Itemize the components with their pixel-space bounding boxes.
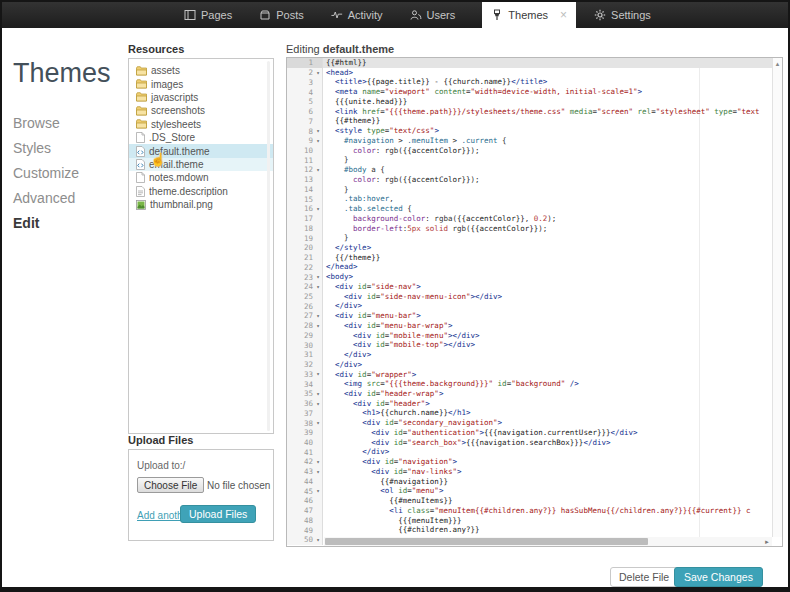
fold-arrow-icon[interactable]: ▾ <box>314 128 322 134</box>
code-line[interactable]: 6 <link href="{{{theme.path}}}/styleshee… <box>287 107 782 117</box>
code-line[interactable]: 36▾ <div id="header"> <box>287 399 782 409</box>
code-line[interactable]: 27▾ <div id="menu-bar"> <box>287 311 782 321</box>
code-line[interactable]: 47 <li class="menuItem{{#children.any?}}… <box>287 506 782 516</box>
code-line[interactable]: 44 {{#navigation}} <box>287 477 782 487</box>
file-row-screenshots[interactable]: screenshots <box>129 104 273 117</box>
code-line[interactable]: 7 {{#theme}} <box>287 116 782 126</box>
code-line[interactable]: 5 {{{unite.head}}} <box>287 97 782 107</box>
code-line[interactable]: 2▾<head> <box>287 68 782 78</box>
code-line[interactable]: 9▾ #navigation > .menuItem > .current { <box>287 136 782 146</box>
tab-pages[interactable]: Pages <box>184 2 232 28</box>
fold-arrow-icon[interactable]: ▾ <box>314 167 322 173</box>
code-line[interactable]: 18 border-left:5px solid rgb({{accentCol… <box>287 223 782 233</box>
upload-files-button[interactable]: Upload Files <box>180 505 256 523</box>
code-line[interactable]: 33▾ <div id="wrapper"> <box>287 370 782 380</box>
code-line[interactable]: 3 <title>{{page.title}} - {{church.name}… <box>287 77 782 87</box>
code-line[interactable]: 30 <div id="mobile-top"></div> <box>287 340 782 350</box>
fold-arrow-icon[interactable]: ▾ <box>314 323 322 329</box>
code-line[interactable]: 34 <img src="{{{theme.background}}}" id=… <box>287 379 782 389</box>
sidebar-item-styles[interactable]: Styles <box>13 141 79 156</box>
tab-activity[interactable]: Activity <box>331 2 383 28</box>
tab-users[interactable]: Users <box>410 2 456 28</box>
sidebar-item-edit[interactable]: Edit <box>13 216 79 231</box>
code-line[interactable]: 32 </div> <box>287 360 782 370</box>
horizontal-scrollbar[interactable]: ► <box>324 537 772 546</box>
code-editor[interactable]: 1{{#html}}2▾<head>3 <title>{{page.title}… <box>286 57 783 547</box>
save-changes-button[interactable]: Save Changes <box>674 567 763 587</box>
delete-file-button[interactable]: Delete File <box>610 567 678 587</box>
line-number-gutter: 15 <box>287 194 323 204</box>
horizontal-scrollbar-thumb[interactable] <box>325 538 648 545</box>
fold-arrow-icon[interactable]: ▾ <box>314 488 322 494</box>
code-line[interactable]: 23▾<body> <box>287 272 782 282</box>
code-line[interactable]: 8▾ <style type="text/css"> <box>287 126 782 136</box>
code-line[interactable]: 12▾ #body a { <box>287 165 782 175</box>
code-line[interactable]: 14 } <box>287 185 782 195</box>
code-line[interactable]: 22</head> <box>287 262 782 272</box>
code-line[interactable]: 1{{#html}} <box>287 58 782 68</box>
code-line[interactable]: 11 } <box>287 155 782 165</box>
tab-settings[interactable]: Settings <box>594 2 651 28</box>
code-line[interactable]: 48 {{{menuItem}}} <box>287 516 782 526</box>
vertical-scrollbar[interactable]: ▲ <box>772 58 782 537</box>
fold-arrow-icon[interactable]: ▾ <box>314 70 322 76</box>
fold-arrow-icon[interactable]: ▾ <box>314 274 322 280</box>
sidebar-item-customize[interactable]: Customize <box>13 166 79 181</box>
code-line[interactable]: 19 } <box>287 233 782 243</box>
file-row-assets[interactable]: assets <box>129 64 273 77</box>
line-number: 27 <box>304 311 313 320</box>
code-line[interactable]: 21 {{/theme}} <box>287 253 782 263</box>
code-line[interactable]: 40 <div id="search_box">{{{navigation.se… <box>287 438 782 448</box>
code-line[interactable]: 49 {{#children.any?}} <box>287 525 782 535</box>
fold-arrow-icon[interactable]: ▾ <box>314 469 322 475</box>
fold-arrow-icon[interactable]: ▾ <box>314 420 322 426</box>
scroll-right-arrow-icon[interactable]: ► <box>764 539 770 545</box>
code-line[interactable]: 13 color: rgb({{accentColor}}); <box>287 175 782 185</box>
fold-arrow-icon[interactable]: ▾ <box>314 391 322 397</box>
code-line[interactable]: 15 .tab:hover, <box>287 194 782 204</box>
code-line[interactable]: 17 background-color: rgba({{accentColor}… <box>287 214 782 224</box>
resources-scrollbar[interactable] <box>267 61 270 431</box>
code-line[interactable]: 46 {{#menuItems}} <box>287 496 782 506</box>
code-line[interactable]: 16▾ .tab.selected { <box>287 204 782 214</box>
file-row-.DS_Store[interactable]: .DS_Store <box>129 131 273 144</box>
tab-posts[interactable]: Posts <box>259 2 304 28</box>
sidebar-item-advanced[interactable]: Advanced <box>13 191 79 206</box>
code-line[interactable]: 31 </div> <box>287 350 782 360</box>
fold-arrow-icon[interactable]: ▾ <box>314 401 322 407</box>
file-row-notes.mdown[interactable]: notes.mdown <box>129 171 273 184</box>
code-lines[interactable]: 1{{#html}}2▾<head>3 <title>{{page.title}… <box>287 58 782 545</box>
code-line[interactable]: 35▾ <div id="header-wrap"> <box>287 389 782 399</box>
fold-arrow-icon[interactable]: ▾ <box>314 537 322 543</box>
code-line[interactable]: 42▾ <div id="navigation"> <box>287 457 782 467</box>
fold-arrow-icon[interactable]: ▾ <box>314 313 322 319</box>
choose-file-button[interactable]: Choose File <box>137 477 204 493</box>
code-line[interactable]: 43▾ <div id="nav-links"> <box>287 467 782 477</box>
sidebar-item-browse[interactable]: Browse <box>13 116 79 131</box>
fold-arrow-icon[interactable]: ▾ <box>314 284 322 290</box>
code-line[interactable]: 28▾ <div id="menu-bar-wrap"> <box>287 321 782 331</box>
code-line[interactable]: 26 </div> <box>287 301 782 311</box>
tab-themes[interactable]: Themes× <box>482 2 576 28</box>
fold-arrow-icon[interactable]: ▾ <box>314 459 322 465</box>
code-line[interactable]: 25 <div id="side-nav-menu-icon"></div> <box>287 292 782 302</box>
fold-arrow-icon[interactable]: ▾ <box>314 371 322 377</box>
code-line[interactable]: 24▾ <div id="side-nav"> <box>287 282 782 292</box>
fold-arrow-icon[interactable]: ▾ <box>314 206 322 212</box>
code-line[interactable]: 37 <h1>{{church.name}}</h1> <box>287 408 782 418</box>
code-line[interactable]: 4 <meta name="viewport" content="width=d… <box>287 87 782 97</box>
code-line[interactable]: 45▾ <ol id="menu"> <box>287 486 782 496</box>
file-row-javascripts[interactable]: javascripts <box>129 91 273 104</box>
close-tab-icon[interactable]: × <box>560 9 567 21</box>
file-row-stylesheets[interactable]: stylesheets <box>129 118 273 131</box>
code-line[interactable]: 39 <div id="authentication">{{{navigatio… <box>287 428 782 438</box>
code-line[interactable]: 41 </div> <box>287 447 782 457</box>
code-line[interactable]: 10 color: rgb({{accentColor}}); <box>287 146 782 156</box>
file-row-theme.description[interactable]: theme.description <box>129 185 273 198</box>
file-row-thumbnail.png[interactable]: thumbnail.png <box>129 198 273 211</box>
fold-arrow-icon[interactable]: ▾ <box>314 138 322 144</box>
code-line[interactable]: 38▾ <div id="secondary_navigation"> <box>287 418 782 428</box>
file-row-images[interactable]: images <box>129 77 273 90</box>
code-line[interactable]: 20 </style> <box>287 243 782 253</box>
code-line[interactable]: 29 <div id="mobile-menu"></div> <box>287 331 782 341</box>
